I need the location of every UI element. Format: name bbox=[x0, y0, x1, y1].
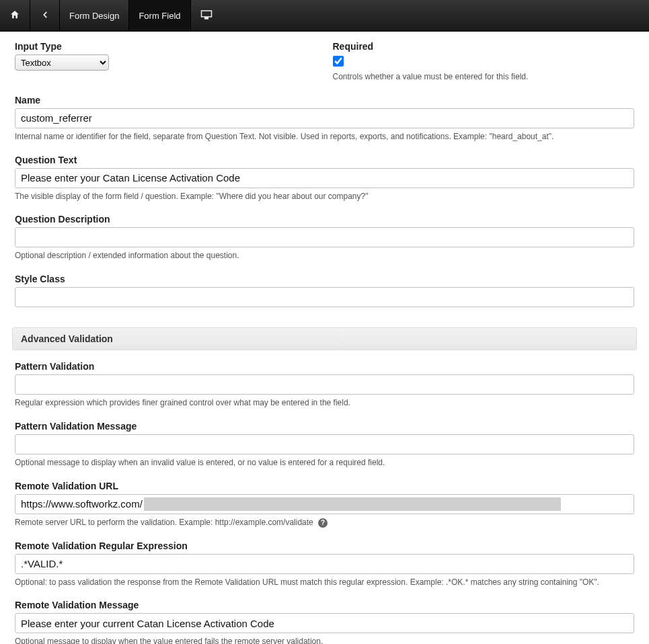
remote-validation-url-help: Remote server URL to perform the validat… bbox=[15, 517, 634, 528]
question-description-group: Question Description Optional descriptio… bbox=[15, 214, 634, 261]
name-label: Name bbox=[15, 95, 634, 106]
pattern-validation-message-input[interactable] bbox=[15, 434, 634, 454]
remote-validation-url-group: Remote Validation URL https://www.softwo… bbox=[15, 481, 634, 528]
top-toolbar: Form Design Form Field bbox=[0, 0, 649, 32]
question-description-input[interactable] bbox=[15, 227, 634, 247]
remote-validation-regex-help: Optional: to pass validation the respons… bbox=[15, 577, 634, 588]
pattern-validation-message-group: Pattern Validation Message Optional mess… bbox=[15, 421, 634, 469]
name-group: Name Internal name or identifier for the… bbox=[15, 95, 634, 143]
required-checkbox[interactable] bbox=[333, 56, 344, 67]
required-group: Required Controls whether a value must b… bbox=[333, 41, 635, 83]
remote-validation-message-label: Remote Validation Message bbox=[15, 600, 634, 610]
question-description-help: Optional description / extended informat… bbox=[15, 250, 634, 261]
required-label: Required bbox=[333, 41, 635, 52]
remote-validation-url-input[interactable]: https://www.softworkz.com/ bbox=[15, 494, 634, 514]
question-text-help: The visible display of the form field / … bbox=[15, 191, 634, 202]
question-text-input[interactable] bbox=[15, 168, 634, 188]
pattern-validation-message-help: Optional message to display when an inva… bbox=[15, 457, 634, 469]
pattern-validation-message-label: Pattern Validation Message bbox=[15, 421, 634, 432]
remote-validation-regex-label: Remote Validation Regular Expression bbox=[15, 540, 634, 551]
tab-label: Form Field bbox=[139, 11, 180, 21]
home-button[interactable] bbox=[0, 0, 30, 31]
pattern-validation-help: Regular expression which provides finer … bbox=[15, 397, 634, 409]
tab-form-field[interactable]: Form Field bbox=[129, 0, 190, 31]
help-icon[interactable]: ? bbox=[318, 518, 328, 528]
home-icon bbox=[9, 9, 20, 22]
question-text-group: Question Text The visible display of the… bbox=[15, 155, 634, 202]
form-field-editor: Input Type Textbox Required Controls whe… bbox=[0, 32, 649, 644]
style-class-label: Style Class bbox=[15, 274, 634, 284]
pattern-validation-input[interactable] bbox=[15, 374, 634, 395]
monitor-icon bbox=[200, 9, 213, 22]
name-input[interactable] bbox=[15, 108, 634, 128]
style-class-group: Style Class bbox=[15, 274, 634, 307]
question-description-label: Question Description bbox=[15, 214, 634, 225]
remote-validation-url-prefix: https://www.softworkz.com/ bbox=[15, 498, 144, 510]
style-class-input[interactable] bbox=[15, 287, 634, 307]
input-type-group: Input Type Textbox bbox=[15, 41, 317, 83]
tab-form-design[interactable]: Form Design bbox=[60, 0, 129, 31]
tab-label: Form Design bbox=[69, 11, 119, 21]
required-help: Controls whether a value must be entered… bbox=[333, 71, 635, 83]
input-type-select[interactable]: Textbox bbox=[15, 54, 109, 71]
advanced-validation-header: Advanced Validation bbox=[12, 327, 637, 350]
chevron-left-icon bbox=[40, 10, 50, 22]
question-text-label: Question Text bbox=[15, 155, 634, 165]
pattern-validation-label: Pattern Validation bbox=[15, 361, 634, 372]
remote-validation-message-group: Remote Validation Message Optional messa… bbox=[15, 600, 634, 644]
name-help: Internal name or identifier for the fiel… bbox=[15, 131, 634, 143]
input-type-label: Input Type bbox=[15, 41, 317, 52]
preview-button[interactable] bbox=[191, 0, 222, 31]
remote-validation-url-redacted bbox=[144, 497, 561, 511]
remote-validation-regex-input[interactable] bbox=[15, 554, 634, 574]
remote-validation-regex-group: Remote Validation Regular Expression Opt… bbox=[15, 540, 634, 588]
pattern-validation-group: Pattern Validation Regular expression wh… bbox=[15, 361, 634, 409]
remote-validation-message-input[interactable] bbox=[15, 613, 634, 633]
remote-validation-message-help: Optional message to display when the val… bbox=[15, 636, 634, 644]
remote-validation-url-label: Remote Validation URL bbox=[15, 481, 634, 491]
back-button[interactable] bbox=[30, 0, 60, 31]
